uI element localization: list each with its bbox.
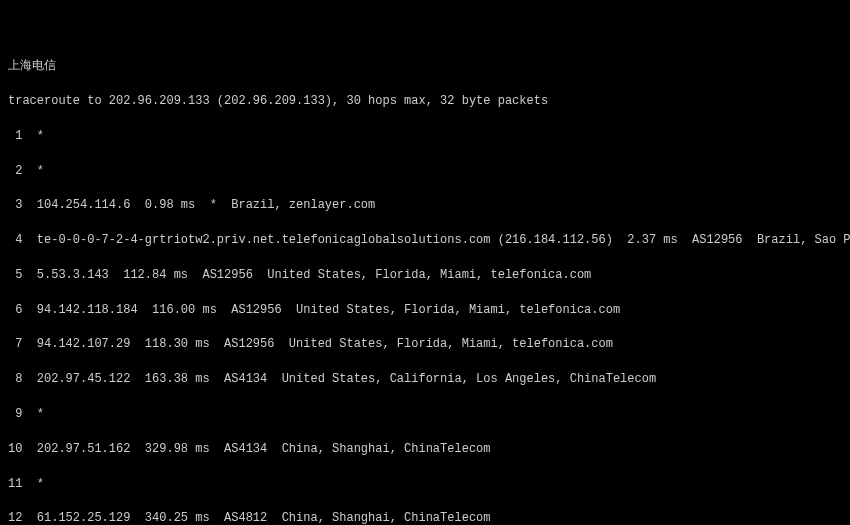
- hop-line: 8 202.97.45.122 163.38 ms AS4134 United …: [8, 371, 842, 388]
- trace-title-1: 上海电信: [8, 58, 842, 75]
- hop-line: 10 202.97.51.162 329.98 ms AS4134 China,…: [8, 441, 842, 458]
- trace-header-1: traceroute to 202.96.209.133 (202.96.209…: [8, 93, 842, 110]
- hop-line: 2 *: [8, 163, 842, 180]
- hop-line: 12 61.152.25.129 340.25 ms AS4812 China,…: [8, 510, 842, 525]
- hop-line: 4 te-0-0-0-7-2-4-grtriotw2.priv.net.tele…: [8, 232, 842, 249]
- hop-line: 7 94.142.107.29 118.30 ms AS12956 United…: [8, 336, 842, 353]
- hop-line: 9 *: [8, 406, 842, 423]
- hop-line: 11 *: [8, 476, 842, 493]
- hop-line: 3 104.254.114.6 0.98 ms * Brazil, zenlay…: [8, 197, 842, 214]
- hop-line: 1 *: [8, 128, 842, 145]
- hop-line: 5 5.53.3.143 112.84 ms AS12956 United St…: [8, 267, 842, 284]
- hop-line: 6 94.142.118.184 116.00 ms AS12956 Unite…: [8, 302, 842, 319]
